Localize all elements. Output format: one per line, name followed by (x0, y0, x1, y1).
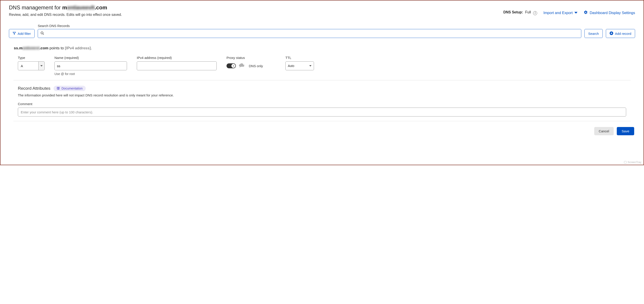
save-button[interactable]: Save (617, 127, 634, 135)
caret-down-icon (574, 11, 578, 15)
dns-management-panel: DNS management for mentiaveevlt.com Revi… (0, 0, 644, 165)
name-column: Name (required) Use @ for root (54, 56, 127, 76)
divider-2 (14, 121, 630, 121)
search-input-wrap[interactable] (38, 29, 581, 38)
add-record-label: Add record (615, 32, 631, 36)
dns-setup-display: DNS Setup: Full i (504, 10, 537, 15)
name-input[interactable] (54, 62, 127, 70)
attributes-title: Record Attributes (18, 86, 50, 91)
toggle-knob: ✕ (232, 64, 236, 68)
type-label: Type (18, 56, 45, 60)
add-filter-label: Add filter (18, 32, 31, 36)
attributes-section: Record Attributes Documentation The info… (18, 86, 635, 116)
comment-input[interactable] (18, 108, 626, 116)
type-value: A (18, 62, 38, 70)
points-to-text: points to (48, 46, 65, 50)
name-label: Name (required) (54, 56, 127, 60)
domain-name: mentiaveevlt.com (62, 4, 107, 10)
svg-rect-5 (624, 161, 626, 164)
plus-circle-icon (610, 32, 613, 36)
documentation-label: Documentation (62, 86, 82, 90)
dns-setup-label: DNS Setup: (504, 10, 523, 14)
dashboard-settings-link[interactable]: Dashboard Display Settings (584, 10, 635, 15)
search-group: Search DNS Records (38, 24, 581, 38)
proxy-label: Proxy status (226, 56, 276, 60)
header-row: DNS management for mentiaveevlt.com Revi… (9, 4, 635, 17)
ipv4-placeholder: [IPv4 address] (65, 46, 91, 50)
proxy-status-text: DNS only (249, 64, 263, 68)
ttl-label: TTL (286, 56, 314, 60)
type-select[interactable]: A (18, 62, 45, 70)
type-column: Type A (18, 56, 45, 70)
attributes-header: Record Attributes Documentation (18, 86, 635, 91)
info-icon[interactable]: i (533, 11, 537, 15)
proxy-column: Proxy status ✕ DNS only (226, 56, 276, 70)
filter-icon (13, 32, 16, 36)
search-label: Search DNS Records (38, 24, 581, 28)
import-export-link[interactable]: Import and Export (543, 11, 578, 15)
watermark: ScreenTray (624, 161, 641, 164)
add-record-button[interactable]: Add record (606, 29, 635, 38)
chevron-down-icon (309, 65, 312, 67)
search-button-label: Search (588, 32, 599, 36)
footer-actions: Cancel Save (9, 127, 635, 135)
svg-line-1 (43, 34, 44, 34)
header-right: DNS Setup: Full i Import and Export Dash… (504, 4, 635, 15)
cloud-off-icon (238, 64, 245, 68)
record-form-row: Type A Name (required) Use @ for root IP… (18, 56, 635, 76)
documentation-link[interactable]: Documentation (54, 86, 86, 91)
record-summary: ss.mentivmrvt.com points to [IPv4 addres… (14, 46, 635, 50)
svg-rect-4 (610, 33, 612, 34)
search-section: Add filter Search DNS Records Search Add… (9, 24, 635, 38)
page-title: DNS management for mentiaveevlt.com (9, 4, 122, 11)
ttl-value: Auto (288, 64, 294, 68)
ttl-select[interactable]: Auto (286, 62, 314, 70)
record-hostname: ss.mentivmrvt.com (14, 46, 48, 50)
title-prefix: DNS management for (9, 4, 62, 10)
watermark-text: ScreenTray (628, 161, 641, 164)
search-icon (40, 32, 44, 36)
dashboard-settings-label: Dashboard Display Settings (590, 11, 635, 15)
attributes-description: The information provided here will not i… (18, 93, 635, 97)
search-input[interactable] (44, 32, 578, 36)
page-subtitle: Review, add, and edit DNS records. Edits… (9, 12, 122, 17)
ipv4-column: IPv4 address (required) (137, 56, 217, 70)
watermark-icon (624, 161, 626, 164)
svg-point-0 (41, 32, 43, 34)
ipv4-input[interactable] (137, 62, 217, 70)
add-filter-button[interactable]: Add filter (9, 29, 34, 38)
ttl-column: TTL Auto (286, 56, 314, 70)
header-left: DNS management for mentiaveevlt.com Revi… (9, 4, 122, 17)
proxy-toggle[interactable]: ✕ (226, 64, 236, 68)
gear-icon (584, 10, 588, 15)
ipv4-label: IPv4 address (required) (137, 56, 217, 60)
book-icon (57, 87, 60, 90)
import-export-label: Import and Export (543, 11, 572, 15)
proxy-row: ✕ DNS only (226, 62, 276, 70)
search-button[interactable]: Search (584, 29, 603, 38)
dns-setup-value: Full (525, 10, 531, 14)
name-hint: Use @ for root (54, 72, 127, 76)
cancel-button[interactable]: Cancel (594, 127, 614, 135)
comment-label: Comment (18, 102, 635, 106)
type-dropdown-button[interactable] (38, 62, 45, 70)
